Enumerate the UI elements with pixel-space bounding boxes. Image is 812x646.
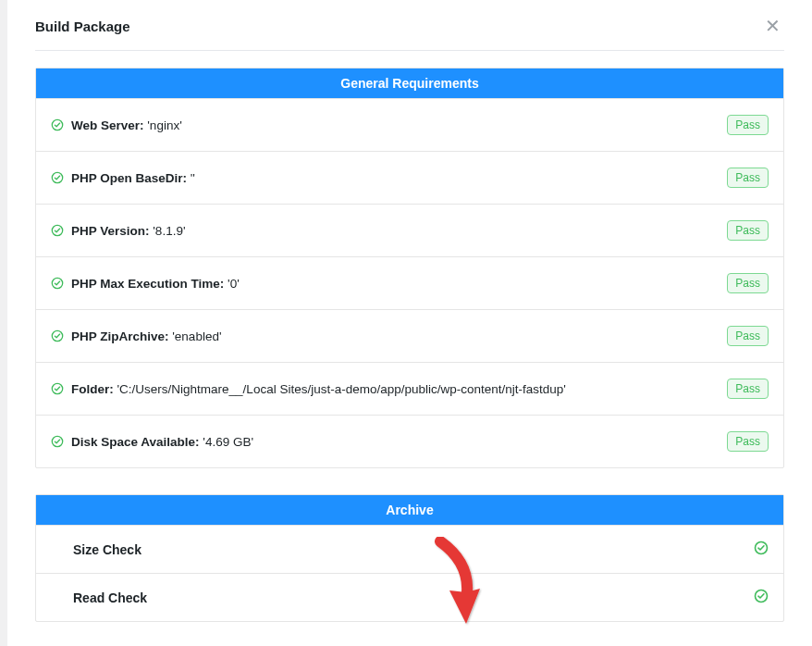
check-circle-icon bbox=[51, 118, 64, 131]
archive-header: Archive bbox=[36, 495, 783, 526]
requirement-left: Web Server: 'nginx' bbox=[51, 118, 727, 132]
requirement-row[interactable]: Disk Space Available: '4.69 GB' Pass bbox=[36, 416, 783, 467]
requirement-left: PHP Open BaseDir: '' bbox=[51, 171, 727, 185]
requirement-text: PHP Version: '8.1.9' bbox=[71, 224, 185, 238]
status-badge: Pass bbox=[727, 273, 769, 293]
modal-header: Build Package ✕ bbox=[35, 9, 784, 51]
check-circle-icon bbox=[51, 435, 64, 448]
requirement-left: Disk Space Available: '4.69 GB' bbox=[51, 435, 727, 449]
requirement-left: PHP ZipArchive: 'enabled' bbox=[51, 329, 727, 343]
requirement-row[interactable]: Web Server: 'nginx' Pass bbox=[36, 99, 783, 152]
status-badge: Pass bbox=[727, 379, 769, 399]
requirement-text: Web Server: 'nginx' bbox=[71, 118, 182, 132]
status-badge: Pass bbox=[727, 168, 769, 188]
requirement-text: PHP Open BaseDir: '' bbox=[71, 171, 195, 185]
general-requirements-section: General Requirements Web Server: 'nginx'… bbox=[35, 68, 784, 468]
check-circle-icon bbox=[51, 224, 64, 237]
check-circle-icon bbox=[51, 382, 64, 395]
check-circle-icon bbox=[754, 540, 769, 558]
general-requirements-header: General Requirements bbox=[36, 68, 783, 99]
requirement-left: PHP Max Execution Time: '0' bbox=[51, 277, 727, 291]
requirement-left: Folder: 'C:/Users/Nightmare__/Local Site… bbox=[51, 382, 727, 396]
build-package-modal: Build Package ✕ General Requirements Web… bbox=[7, 0, 812, 646]
requirement-text: PHP Max Execution Time: '0' bbox=[71, 277, 240, 291]
check-circle-icon bbox=[51, 171, 64, 184]
requirement-text: PHP ZipArchive: 'enabled' bbox=[71, 329, 221, 343]
requirement-row[interactable]: PHP ZipArchive: 'enabled' Pass bbox=[36, 310, 783, 363]
close-icon[interactable]: ✕ bbox=[761, 13, 784, 39]
archive-row[interactable]: Size Check bbox=[36, 526, 783, 574]
requirement-left: PHP Version: '8.1.9' bbox=[51, 224, 727, 238]
check-circle-icon bbox=[51, 277, 64, 290]
requirement-row[interactable]: PHP Open BaseDir: '' Pass bbox=[36, 152, 783, 205]
status-badge: Pass bbox=[727, 326, 769, 346]
status-badge: Pass bbox=[727, 115, 769, 135]
check-circle-icon bbox=[51, 329, 64, 342]
archive-label: Size Check bbox=[73, 542, 141, 557]
requirement-text: Folder: 'C:/Users/Nightmare__/Local Site… bbox=[71, 382, 566, 396]
status-badge: Pass bbox=[727, 220, 769, 241]
modal-title: Build Package bbox=[35, 19, 130, 34]
requirement-row[interactable]: PHP Max Execution Time: '0' Pass bbox=[36, 257, 783, 310]
status-badge: Pass bbox=[727, 431, 769, 452]
requirement-row[interactable]: Folder: 'C:/Users/Nightmare__/Local Site… bbox=[36, 363, 783, 416]
requirement-text: Disk Space Available: '4.69 GB' bbox=[71, 435, 253, 449]
check-circle-icon bbox=[754, 589, 769, 606]
requirement-row[interactable]: PHP Version: '8.1.9' Pass bbox=[36, 205, 783, 257]
archive-row[interactable]: Read Check bbox=[36, 574, 783, 621]
archive-section: Archive Size Check Read Check bbox=[35, 494, 784, 622]
archive-label: Read Check bbox=[73, 590, 147, 605]
